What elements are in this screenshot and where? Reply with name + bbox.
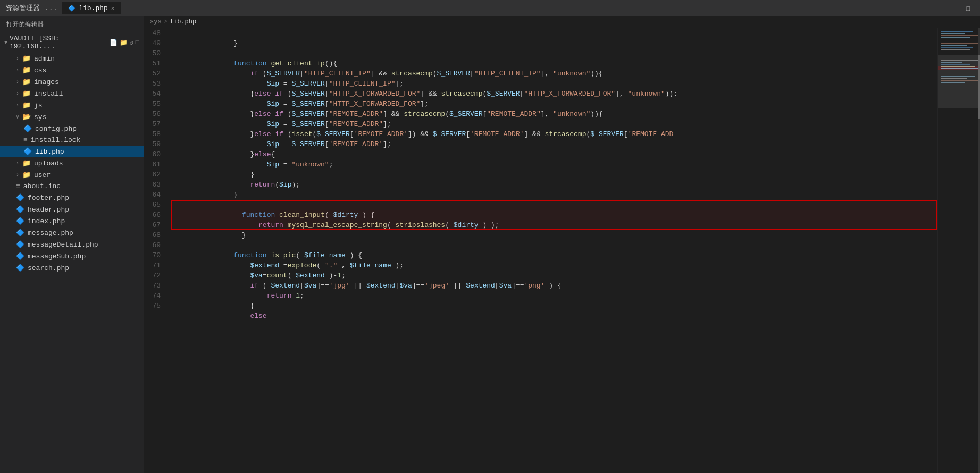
folder-icon: 📁 (22, 66, 31, 74)
breadcrumb-root: sys (150, 18, 162, 26)
sidebar-item-install[interactable]: › 📁 install (0, 88, 144, 99)
sidebar-item-messagesub-php[interactable]: 🔷 messageSub.php (0, 250, 144, 262)
sidebar-item-label: images (34, 78, 59, 86)
chevron-right-icon: › (16, 172, 19, 178)
svg-rect-29 (938, 55, 980, 108)
sidebar-item-label: about.inc (23, 182, 61, 190)
chevron-right-icon: › (16, 79, 19, 85)
sidebar-item-label: header.php (28, 206, 69, 214)
title-bar: 资源管理器 ... 🔷 lib.php ✕ ❐ (0, 0, 980, 16)
code-line-54: $ip = $_SERVER["HTTP_X_FORWARDED_FOR"]; (175, 89, 937, 99)
tab-filename: lib.php (79, 4, 108, 12)
code-line-49 (175, 38, 937, 48)
svg-rect-9 (941, 49, 970, 50)
svg-rect-2 (941, 35, 978, 36)
code-line-73: return 1; (175, 281, 937, 291)
code-line-52: $ip = $_SERVER["HTTP_CLIENT_IP"]; (175, 69, 937, 79)
sidebar-item-sys[interactable]: ∨ 📂 sys (0, 111, 144, 123)
code-line-74: } (175, 291, 937, 301)
php-file-icon: 🔷 (16, 205, 24, 214)
folder-open-icon: 📂 (22, 113, 31, 121)
sidebar-item-user[interactable]: › 📁 user (0, 169, 144, 181)
code-line-60: $ip = "unknown"; (175, 149, 937, 159)
php-file-icon: 🔷 (16, 264, 24, 272)
window-restore-button[interactable]: ❐ (962, 4, 975, 13)
sidebar-item-label: install.lock (31, 136, 81, 144)
code-line-71: $va=count( $extend )-1; (175, 260, 937, 271)
sidebar-item-images[interactable]: › 📁 images (0, 76, 144, 88)
sidebar-item-label: config.php (35, 125, 77, 133)
sidebar-item-install-lock[interactable]: ≡ install.lock (0, 134, 144, 146)
sidebar-item-label: install (34, 90, 63, 98)
sidebar-item-message-php[interactable]: 🔷 message.php (0, 227, 144, 239)
php-file-icon: 🔷 (16, 229, 24, 237)
sidebar-item-label: message.php (28, 229, 73, 237)
sidebar-item-label: index.php (28, 217, 65, 225)
sidebar-item-footer-php[interactable]: 🔷 footer.php (0, 192, 144, 204)
code-line-51: if ($_SERVER["HTTP_CLIENT_IP"] && strcas… (175, 58, 937, 69)
line-numbers: 48 49 50 51 52 53 54 55 56 57 58 59 60 6… (144, 28, 171, 473)
folder-icon: 📁 (22, 89, 31, 98)
sidebar-item-about-inc[interactable]: ≡ about.inc (0, 181, 144, 192)
svg-rect-8 (941, 47, 973, 48)
sidebar-item-label: messageDetail.php (28, 241, 98, 249)
sidebar-root[interactable]: ▼ VAUDIT [SSH: 192.168.... 📄 📁 ↺ □ (0, 32, 144, 53)
highlighted-region: function clean_input( $dirty ) { return … (175, 200, 937, 230)
code-line-70: $extend =explode( "." , $file_name ); (175, 250, 937, 260)
code-line-56: $ip = $_SERVER["REMOTE_ADDR"]; (175, 109, 937, 119)
sidebar-item-messagedetail-php[interactable]: 🔷 messageDetail.php (0, 239, 144, 250)
code-line-64 (175, 190, 937, 200)
folder-icon: 📁 (22, 101, 31, 109)
sidebar-root-icon-refresh[interactable]: ↺ (130, 39, 133, 47)
sidebar-header-label: 打开的编辑器 (6, 20, 44, 28)
folder-icon: 📁 (22, 171, 31, 179)
sidebar-root-icon-collapse[interactable]: □ (136, 39, 139, 46)
sidebar-item-css[interactable]: › 📁 css (0, 64, 144, 76)
sidebar: 打开的编辑器 ▼ VAUDIT [SSH: 192.168.... 📄 📁 ↺ … (0, 16, 144, 473)
sidebar-item-search-php[interactable]: 🔷 search.php (0, 262, 144, 274)
svg-rect-4 (941, 39, 975, 39)
lock-file-icon: ≡ (23, 136, 28, 144)
code-line-75: else (175, 301, 937, 311)
php-file-icon: 🔷 (16, 193, 24, 202)
sidebar-header: 打开的编辑器 (0, 16, 144, 32)
sidebar-item-label: messageSub.php (28, 252, 86, 260)
code-line-68 (175, 230, 937, 240)
breadcrumb-separator: > (164, 18, 167, 26)
code-line-59: }else{ (175, 139, 937, 149)
sidebar-item-config-php[interactable]: 🔷 config.php (0, 123, 144, 134)
chevron-right-icon: › (16, 161, 19, 166)
code-line-66: return mysql_real_escape_string( stripsl… (175, 210, 937, 220)
folder-icon: 📁 (22, 54, 31, 63)
code-content: } function get_client_ip(){ if ($_SERVER… (171, 28, 937, 473)
sidebar-item-lib-php[interactable]: 🔷 lib.php (0, 146, 144, 157)
code-line-61: } (175, 159, 937, 170)
code-line-67: } (175, 220, 937, 230)
sidebar-item-js[interactable]: › 📁 js (0, 99, 144, 111)
sidebar-item-label: search.php (28, 264, 69, 272)
chevron-down-icon: ∨ (16, 114, 19, 120)
more-icon[interactable]: ... (44, 4, 57, 12)
sidebar-item-header-php[interactable]: 🔷 header.php (0, 204, 144, 215)
sidebar-root-icon-newfolder[interactable]: 📁 (120, 39, 128, 47)
tab-lib-php[interactable]: 🔷 lib.php ✕ (62, 2, 121, 14)
php-file-icon: 🔷 (16, 217, 24, 225)
sidebar-item-index-php[interactable]: 🔷 index.php (0, 215, 144, 227)
chevron-right-icon: › (16, 103, 19, 108)
sidebar-item-uploads[interactable]: › 📁 uploads (0, 157, 144, 169)
tab-php-icon: 🔷 (68, 5, 76, 12)
sidebar-root-icon-newfile[interactable]: 📄 (110, 39, 118, 47)
code-line-50: function get_client_ip(){ (175, 48, 937, 58)
sidebar-item-label: lib.php (35, 148, 64, 156)
sidebar-item-label: sys (34, 113, 46, 121)
chevron-right-icon: › (16, 91, 19, 97)
sidebar-item-admin[interactable]: › 📁 admin (0, 53, 144, 64)
inc-file-icon: ≡ (16, 182, 20, 190)
code-line-65: function clean_input( $dirty ) { (175, 200, 937, 210)
window-controls: ❐ (962, 4, 975, 13)
svg-rect-11 (941, 54, 965, 54)
chevron-right-icon: › (16, 56, 19, 62)
code-line-57: }else if (isset($_SERVER['REMOTE_ADDR'])… (175, 119, 937, 129)
code-editor[interactable]: 48 49 50 51 52 53 54 55 56 57 58 59 60 6… (144, 28, 980, 473)
tab-close-icon[interactable]: ✕ (111, 5, 115, 12)
